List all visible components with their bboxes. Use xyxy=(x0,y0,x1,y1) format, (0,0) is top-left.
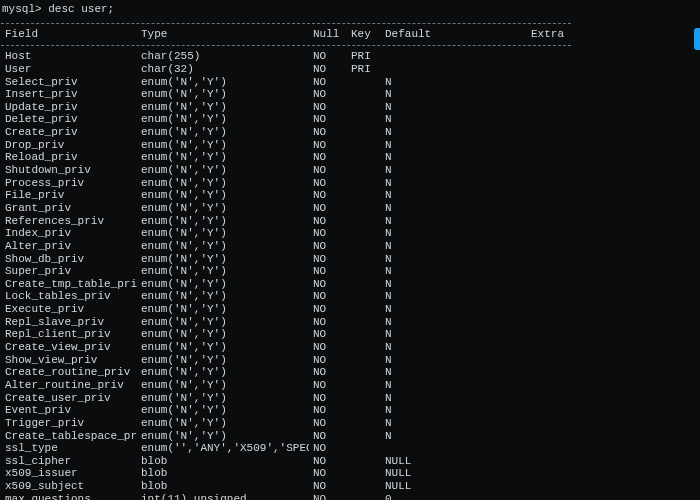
side-tab-icon[interactable] xyxy=(694,28,700,50)
cell-default: N xyxy=(383,290,527,303)
table-row: |Update_priv|enum('N','Y')|NO||N|| xyxy=(1,101,571,114)
cell-type: enum('N','Y') xyxy=(139,253,309,266)
pipe-icon: | xyxy=(569,278,571,291)
pipe-icon: | xyxy=(381,126,383,139)
cell-default: N xyxy=(383,366,527,379)
table-row: |Create_routine_priv|enum('N','Y')|NO||N… xyxy=(1,366,571,379)
cell-extra xyxy=(529,480,569,493)
cell-null: NO xyxy=(311,126,347,139)
pipe-icon: | xyxy=(1,379,3,392)
pipe-icon: | xyxy=(347,404,349,417)
cell-field: Create_routine_priv xyxy=(3,366,137,379)
pipe-icon: | xyxy=(309,430,311,443)
cell-extra xyxy=(529,404,569,417)
cell-type: enum('N','Y') xyxy=(139,404,309,417)
cell-extra xyxy=(529,316,569,329)
pipe-icon: | xyxy=(569,455,571,468)
col-type: Type xyxy=(139,28,309,41)
cell-null: NO xyxy=(311,392,347,405)
pipe-icon: | xyxy=(1,63,3,76)
pipe-icon: | xyxy=(137,379,139,392)
cell-null: NO xyxy=(311,227,347,240)
cell-default xyxy=(383,50,527,63)
pipe-icon: | xyxy=(347,164,349,177)
cell-key xyxy=(349,392,381,405)
rule-top xyxy=(1,18,571,28)
cell-field: Create_user_priv xyxy=(3,392,137,405)
pipe-icon: | xyxy=(569,63,571,76)
cell-extra xyxy=(529,366,569,379)
pipe-icon: | xyxy=(527,240,529,253)
pipe-icon: | xyxy=(1,88,3,101)
cell-null: NO xyxy=(311,202,347,215)
pipe-icon: | xyxy=(1,467,3,480)
cell-field: References_priv xyxy=(3,215,137,228)
cell-type: blob xyxy=(139,480,309,493)
cell-type: enum('N','Y') xyxy=(139,417,309,430)
cell-field: Select_priv xyxy=(3,76,137,89)
cell-extra xyxy=(529,442,569,455)
cell-key xyxy=(349,253,381,266)
table-row: |x509_issuer|blob|NO||NULL|| xyxy=(1,467,571,480)
mysql-prompt[interactable]: mysql> desc user; xyxy=(0,0,700,18)
table-row: |Lock_tables_priv|enum('N','Y')|NO||N|| xyxy=(1,290,571,303)
table-row: |Insert_priv|enum('N','Y')|NO||N|| xyxy=(1,88,571,101)
cell-field: Insert_priv xyxy=(3,88,137,101)
pipe-icon: | xyxy=(569,417,571,430)
table-row: |References_priv|enum('N','Y')|NO||N|| xyxy=(1,215,571,228)
pipe-icon: | xyxy=(347,455,349,468)
cell-key xyxy=(349,354,381,367)
header-row: | Field | Type | Null | Key | Default | … xyxy=(1,28,571,41)
col-key: Key xyxy=(349,28,381,41)
cell-null: NO xyxy=(311,480,347,493)
pipe-icon: | xyxy=(527,189,529,202)
pipe-icon: | xyxy=(1,354,3,367)
cell-default xyxy=(383,63,527,76)
pipe-icon: | xyxy=(569,126,571,139)
pipe-icon: | xyxy=(527,366,529,379)
pipe-icon: | xyxy=(347,227,349,240)
pipe-icon: | xyxy=(527,354,529,367)
pipe-icon: | xyxy=(569,28,571,41)
cell-type: enum('N','Y') xyxy=(139,227,309,240)
cell-default: N xyxy=(383,139,527,152)
pipe-icon: | xyxy=(309,50,311,63)
cell-type: blob xyxy=(139,455,309,468)
pipe-icon: | xyxy=(309,139,311,152)
cell-null: NO xyxy=(311,379,347,392)
pipe-icon: | xyxy=(137,240,139,253)
pipe-icon: | xyxy=(137,227,139,240)
cell-extra xyxy=(529,430,569,443)
pipe-icon: | xyxy=(137,392,139,405)
table-row: |ssl_type|enum('','ANY','X509','SPECIFIE… xyxy=(1,442,571,455)
pipe-icon: | xyxy=(137,126,139,139)
cell-field: ssl_cipher xyxy=(3,455,137,468)
pipe-icon: | xyxy=(527,442,529,455)
cell-type: enum('N','Y') xyxy=(139,126,309,139)
pipe-icon: | xyxy=(309,404,311,417)
pipe-icon: | xyxy=(527,278,529,291)
cell-type: enum('N','Y') xyxy=(139,88,309,101)
pipe-icon: | xyxy=(1,202,3,215)
pipe-icon: | xyxy=(569,76,571,89)
cell-key xyxy=(349,366,381,379)
cell-field: Lock_tables_priv xyxy=(3,290,137,303)
pipe-icon: | xyxy=(1,215,3,228)
desc-output-table: | Field | Type | Null | Key | Default | … xyxy=(1,18,571,500)
pipe-icon: | xyxy=(381,455,383,468)
pipe-icon: | xyxy=(569,316,571,329)
pipe-icon: | xyxy=(527,467,529,480)
pipe-icon: | xyxy=(381,442,383,455)
pipe-icon: | xyxy=(137,202,139,215)
pipe-icon: | xyxy=(137,354,139,367)
pipe-icon: | xyxy=(569,392,571,405)
pipe-icon: | xyxy=(309,328,311,341)
pipe-icon: | xyxy=(569,366,571,379)
pipe-icon: | xyxy=(381,354,383,367)
cell-key xyxy=(349,455,381,468)
pipe-icon: | xyxy=(137,430,139,443)
pipe-icon: | xyxy=(1,316,3,329)
cell-key xyxy=(349,467,381,480)
cell-type: enum('N','Y') xyxy=(139,366,309,379)
cell-extra xyxy=(529,76,569,89)
